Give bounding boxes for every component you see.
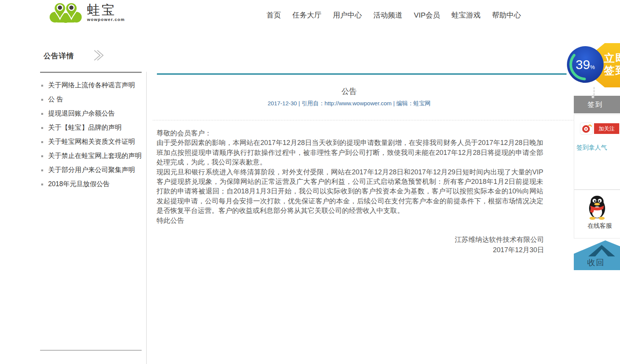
- square-bullet-icon: [41, 127, 43, 129]
- signature-date: 2017年12月30日: [152, 245, 544, 255]
- announcement-list-item[interactable]: 关于网络上流传各种谣言声明: [41, 78, 141, 92]
- collapse-label: 收回: [587, 257, 605, 268]
- announcement-list-item[interactable]: 提现退回账户余额公告: [41, 106, 141, 120]
- nav-item[interactable]: VIP会员: [414, 10, 440, 20]
- weibo-follow-button[interactable]: 加关注: [594, 123, 619, 134]
- main-nav: 首页 任务大厅 用户中心 活动频道 VIP会员 蛙宝游戏 帮助中心: [266, 10, 521, 20]
- announcement-list-item[interactable]: 关于部分用户来公司聚集声明: [41, 163, 141, 177]
- signin-link[interactable]: 签到拿人气: [576, 144, 607, 152]
- signature-company: 江苏维纳达软件技术有限公司: [152, 235, 544, 245]
- nav-item[interactable]: 用户中心: [333, 10, 362, 20]
- article-signature: 江苏维纳达软件技术有限公司 2017年12月30日: [152, 235, 544, 255]
- connector-dot-icon: [591, 95, 594, 98]
- nav-item[interactable]: 蛙宝游戏: [452, 10, 481, 20]
- nav-item[interactable]: 帮助中心: [492, 10, 521, 20]
- weibo-panel: 加关注 签到拿人气: [574, 114, 620, 190]
- article-paragraph: 由于受外部因素的影响，本网站在2017年12月28日当天收到的提现申请数量剧增，…: [157, 138, 543, 167]
- square-bullet-icon: [41, 184, 43, 185]
- announcement-list-item-label: 关于蛙宝网相关资质文件证明: [48, 137, 135, 146]
- progress-unit: %: [590, 64, 595, 70]
- qq-penguin-icon: [586, 193, 609, 222]
- brand-name: 蛙宝: [87, 3, 125, 17]
- progress-value: 39: [576, 58, 590, 71]
- announcement-list-item[interactable]: 公 告: [41, 92, 141, 106]
- announcement-list-item[interactable]: 关于禁止在蛙宝网上套现的声明: [41, 148, 141, 163]
- article-paragraph: 现因元旦和银行系统进入年终清算阶段，对外支付受限，网站在2017年12月28日和…: [157, 168, 543, 216]
- announcement-list-item-label: 关于【蛙宝】品牌的声明: [48, 123, 122, 132]
- square-bullet-icon: [41, 85, 43, 87]
- nav-item[interactable]: 首页: [266, 10, 281, 20]
- qq-service-label: 在线客服: [588, 222, 612, 230]
- square-bullet-icon: [41, 141, 43, 143]
- sidebar-bottom-rule: [40, 350, 142, 351]
- article-title: 公告: [152, 86, 547, 97]
- brand-logo[interactable]: 蛙宝 wowpower.com: [49, 2, 125, 25]
- article-paragraph: 特此公告: [157, 216, 543, 225]
- article-paragraph: 尊敬的会员客户：: [157, 129, 543, 138]
- announcement-list-item-label: 关于部分用户来公司聚集声明: [48, 165, 135, 174]
- brand-domain: wowpower.com: [87, 17, 125, 22]
- nav-item[interactable]: 任务大厅: [292, 10, 321, 20]
- announcement-list-item-label: 提现退回账户余额公告: [48, 109, 115, 118]
- square-bullet-icon: [41, 113, 43, 115]
- announcement-list-item[interactable]: 关于【蛙宝】品牌的声明: [41, 120, 141, 134]
- double-chevron-right-icon: [92, 49, 105, 63]
- progress-text: 39 %: [567, 46, 604, 83]
- frog-logo-icon: [49, 2, 82, 25]
- dashed-connector: [594, 87, 594, 95]
- content-accent-rule: [157, 73, 567, 75]
- nav-item[interactable]: 活动频道: [373, 10, 402, 20]
- square-bullet-icon: [41, 169, 43, 171]
- announcement-list-item[interactable]: 2018年元旦放假公告: [41, 177, 141, 191]
- announcement-list: 关于网络上流传各种谣言声明 公 告 提现退回账户余额公告 关于【蛙宝】品牌的声明…: [41, 78, 141, 191]
- sidebar-vertical-divider: [146, 72, 147, 364]
- chevron-up-icon: [588, 245, 615, 256]
- sidebar-title: 公告详情: [44, 51, 74, 61]
- collapse-rail-button[interactable]: 收回: [574, 240, 620, 270]
- announcement-list-item[interactable]: 关于蛙宝网相关资质文件证明: [41, 134, 141, 148]
- sidebar-top-rule: [40, 72, 142, 73]
- square-bullet-icon: [41, 99, 43, 101]
- announcement-list-item-label: 2018年元旦放假公告: [48, 179, 110, 188]
- signin-progress-circle[interactable]: 39 %: [567, 46, 604, 83]
- article-meta: 2017-12-30 | 引用自：http://www.wowpower.com…: [152, 100, 547, 107]
- qq-service-panel[interactable]: 在线客服: [574, 190, 620, 238]
- announcement-list-item-label: 关于禁止在蛙宝网上套现的声明: [48, 151, 141, 160]
- article-body: 尊敬的会员客户： 由于受外部因素的影响，本网站在2017年12月28日当天收到的…: [157, 129, 543, 225]
- signin-bar[interactable]: 签到: [574, 96, 620, 113]
- announcement-list-item-label: 公 告: [48, 95, 63, 104]
- weibo-icon[interactable]: [580, 122, 593, 135]
- square-bullet-icon: [41, 155, 43, 157]
- dotted-separator: [153, 120, 584, 121]
- announcement-list-item-label: 关于网络上流传各种谣言声明: [48, 81, 135, 90]
